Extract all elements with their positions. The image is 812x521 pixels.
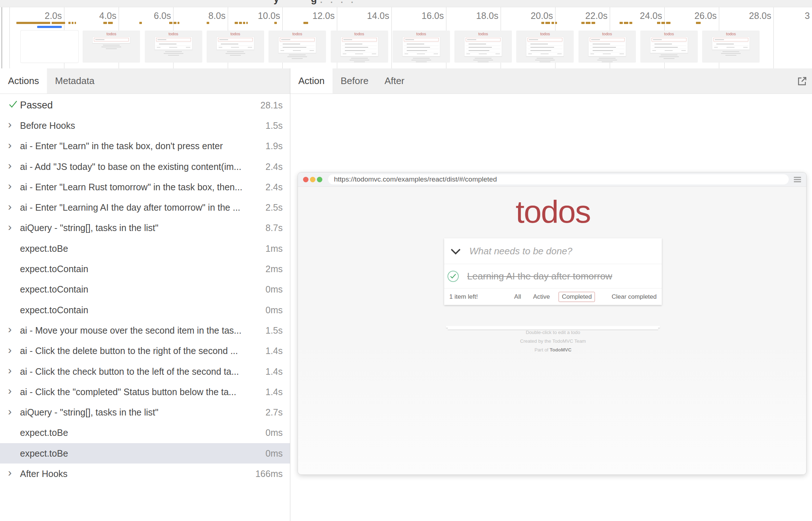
filmstrip-thumbnail[interactable]: todos xyxy=(578,31,636,63)
expand-chevron-icon[interactable]: › xyxy=(8,160,20,171)
clear-completed-button[interactable]: Clear completed xyxy=(612,293,657,301)
todomvc-link[interactable]: TodoMVC xyxy=(550,347,572,353)
new-todo-row[interactable]: What needs to be done? xyxy=(444,238,662,264)
action-label: ai - Add "JS today" to base on the exist… xyxy=(20,162,263,172)
thumbnail-input xyxy=(466,38,501,41)
expand-chevron-icon[interactable]: › xyxy=(8,385,20,396)
action-activity-mark xyxy=(243,22,245,24)
thumbnail-input xyxy=(280,38,315,41)
traffic-light-minimize-icon[interactable] xyxy=(310,177,315,182)
thumbnail-todo-row xyxy=(218,42,253,45)
action-list-item[interactable]: ›aiQuery - "string[], tasks in the list"… xyxy=(0,218,290,238)
thumbnail-todo-row xyxy=(342,42,377,45)
timeline[interactable]: 2.0s4.0s6.0s8.0s10.0s12.0s14.0s16.0s18.0… xyxy=(0,7,812,69)
action-activity-mark xyxy=(246,22,248,24)
status-label: Passed xyxy=(20,100,258,111)
hamburger-menu-icon[interactable] xyxy=(794,176,801,183)
action-list-item[interactable]: ›ai - Click the delete button to the rig… xyxy=(0,341,290,361)
expand-chevron-icon[interactable]: › xyxy=(8,345,20,355)
thumbnail-app-card xyxy=(588,37,626,56)
thumbnail-footer xyxy=(404,52,439,55)
thumbnail-todo-row xyxy=(528,45,562,49)
filmstrip-thumbnail[interactable]: todos xyxy=(83,31,140,63)
action-list-item[interactable]: ›ai - Enter "Learn Rust tomorrow" in the… xyxy=(0,177,290,197)
tab-action[interactable]: Action xyxy=(290,68,333,94)
tab-before[interactable]: Before xyxy=(333,68,377,94)
tab-actions[interactable]: Actions xyxy=(0,68,47,94)
filmstrip-thumbnail[interactable]: todos xyxy=(454,31,512,63)
action-label: expect.toContain xyxy=(20,305,263,315)
todo-complete-toggle[interactable] xyxy=(447,271,459,282)
thumbnail-todo-row xyxy=(652,45,686,49)
toggle-all-chevron-down-icon[interactable] xyxy=(451,245,461,255)
action-activity-mark xyxy=(235,22,238,24)
action-list-item[interactable]: ›Before Hooks1.5s xyxy=(0,115,290,136)
action-list-item[interactable]: ›ai - Enter "Learn" in the task box, don… xyxy=(0,136,290,156)
filmstrip-thumbnail[interactable]: todos xyxy=(516,31,574,63)
filmstrip-thumbnail[interactable]: todos xyxy=(207,31,264,63)
thumbnail-input xyxy=(590,38,625,41)
action-activity-mark xyxy=(169,22,172,24)
action-list-item[interactable]: expect.toBe0ms xyxy=(0,423,290,443)
traffic-light-close-icon[interactable] xyxy=(303,177,309,182)
filmstrip-thumbnail[interactable]: todos xyxy=(268,31,326,63)
action-list-item[interactable]: ›ai - Move your mouse over the second it… xyxy=(0,320,290,341)
info-line: Created by the TodoMVC Team xyxy=(444,337,662,346)
action-activity-mark xyxy=(178,22,179,24)
filmstrip-thumbnail[interactable]: todos xyxy=(145,31,202,63)
thumbnail-info-lines xyxy=(702,51,760,56)
expand-chevron-icon[interactable]: › xyxy=(8,201,20,212)
open-external-icon[interactable] xyxy=(797,76,808,87)
thumbnail-todo-row xyxy=(404,42,439,45)
test-status-row[interactable]: Passed28.1s xyxy=(0,95,290,115)
action-list-item[interactable]: ›ai - Add "JS today" to base on the exis… xyxy=(0,156,290,177)
action-list-item[interactable]: expect.toBe0ms xyxy=(0,443,290,464)
action-label: ai - Enter "Learn Rust tomorrow" in the … xyxy=(20,182,263,192)
expand-chevron-icon[interactable]: › xyxy=(8,222,20,232)
thumbnail-app-card xyxy=(216,37,254,50)
action-list-item[interactable]: ›aiQuery - "string[], tasks in the list"… xyxy=(0,402,290,422)
action-list-item[interactable]: ›ai - Click the "completed" Status butto… xyxy=(0,382,290,402)
action-list-item[interactable]: expect.toBe1ms xyxy=(0,238,290,259)
expand-chevron-icon[interactable]: › xyxy=(8,324,20,335)
todo-footer: 1 item left! AllActiveCompleted Clear co… xyxy=(444,289,662,305)
thumbnail-input xyxy=(94,38,129,41)
expand-chevron-icon[interactable]: › xyxy=(8,140,20,151)
action-list-item[interactable]: expect.toContain0ms xyxy=(0,279,290,300)
thumbnail-todos-title: todos xyxy=(516,32,574,36)
thumbnail-app-card xyxy=(464,37,502,56)
thumbnail-input xyxy=(218,38,253,41)
expand-chevron-icon[interactable]: › xyxy=(8,467,20,478)
filmstrip-thumbnail[interactable] xyxy=(21,31,78,63)
timeline-tick-label-clipped: 3 xyxy=(805,11,810,21)
new-todo-input[interactable]: What needs to be done? xyxy=(469,246,572,257)
thumbnail-todo-row xyxy=(590,49,625,52)
expand-chevron-icon[interactable]: › xyxy=(8,365,20,376)
thumbnail-todo-row xyxy=(590,45,625,49)
thumbnail-todos-title: todos xyxy=(145,32,202,36)
todo-item[interactable]: Learning AI the day after tomorrow xyxy=(444,264,662,289)
actions-panel: ActionsMetadata Passed28.1s›Before Hooks… xyxy=(0,68,290,521)
action-list-item[interactable]: expect.toContain2ms xyxy=(0,259,290,279)
action-list-item[interactable]: expect.toContain0ms xyxy=(0,300,290,320)
filter-completed-button[interactable]: Completed xyxy=(558,292,595,302)
filmstrip-thumbnail[interactable]: todos xyxy=(640,31,698,63)
traffic-light-zoom-icon[interactable] xyxy=(317,177,322,182)
filmstrip-thumbnail[interactable]: todos xyxy=(331,31,388,63)
action-activity-mark xyxy=(541,22,544,24)
tab-after[interactable]: After xyxy=(377,68,413,94)
filmstrip-thumbnail[interactable]: todos xyxy=(702,31,760,63)
action-activity-mark xyxy=(239,22,242,24)
filter-active-button[interactable]: Active xyxy=(530,292,553,302)
expand-chevron-icon[interactable]: › xyxy=(8,180,20,191)
expand-chevron-icon[interactable]: › xyxy=(8,406,20,417)
action-list-item[interactable]: ›After Hooks166ms xyxy=(0,464,290,484)
action-list-item[interactable]: ›ai - Click the check button to the left… xyxy=(0,361,290,382)
expand-chevron-icon[interactable]: › xyxy=(8,119,20,130)
filter-all-button[interactable]: All xyxy=(511,292,524,302)
action-activity-mark xyxy=(108,22,113,24)
tab-metadata[interactable]: Metadata xyxy=(47,68,102,94)
filmstrip-thumbnail[interactable]: todos xyxy=(393,31,450,63)
url-bar[interactable]: https://todomvc.com/examples/react/dist/… xyxy=(328,174,789,184)
action-list-item[interactable]: ›ai - Enter "Learning AI the day after t… xyxy=(0,197,290,218)
